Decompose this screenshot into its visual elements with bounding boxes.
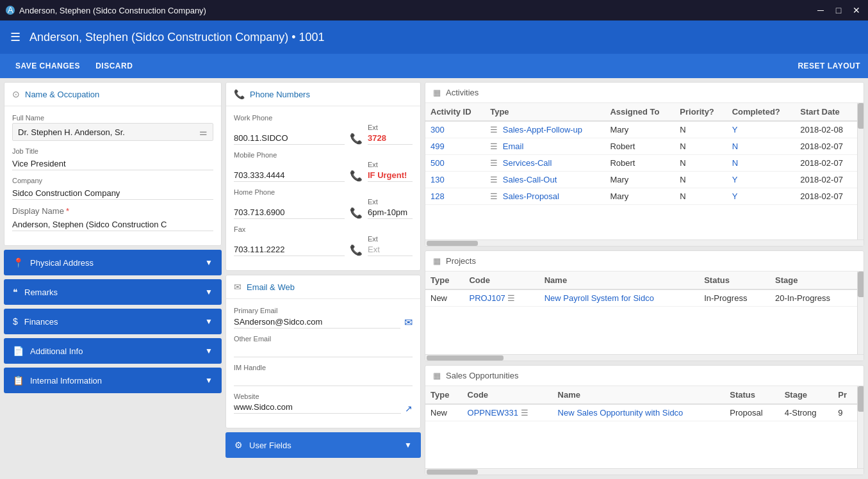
table-row[interactable]: 500 ☰ Services-Call Robert N N 2018-02-0… (425, 155, 857, 172)
activity-type-cell: ☰ Email (485, 138, 605, 155)
activity-assigned-cell: Mary (605, 188, 675, 205)
fax-call-icon[interactable]: 📞 (350, 244, 363, 256)
sales-opp-vscrollbar[interactable] (857, 386, 864, 468)
open-website-icon[interactable]: ↗ (405, 403, 413, 414)
col-opp-stage: Stage (780, 386, 833, 404)
im-handle-value[interactable] (234, 373, 413, 386)
col-proj-type: Type (425, 272, 464, 289)
activity-completed-cell: N (727, 138, 796, 155)
email-web-body: Primary Email SAnderson@Sidco.com ✉ Othe… (226, 299, 420, 428)
activity-startdate-cell: 2018-02-07 (795, 138, 857, 155)
sales-opp-grid-icon: ▦ (433, 371, 441, 380)
phone-icon: 📞 (234, 89, 245, 99)
app-header: ☰ Anderson, Stephen (Sidco Construction … (0, 20, 868, 54)
activities-vscrollbar[interactable] (857, 103, 864, 240)
activities-tbody: 300 ☰ Sales-Appt-Follow-up Mary N Y 2018… (425, 121, 857, 205)
phone-numbers-header: 📞 Phone Numbers (226, 83, 420, 106)
primary-email-row: SAnderson@Sidco.com ✉ (234, 316, 413, 329)
activities-table-wrap: Activity ID Type Assigned To Priority? C… (425, 103, 864, 240)
fax-row: 703.111.2222 📞 Ext Ext (234, 235, 413, 256)
send-email-icon[interactable]: ✉ (404, 316, 413, 329)
table-row[interactable]: 499 ☰ Email Robert N N 2018-02-07 (425, 138, 857, 155)
work-phone-row: 800.11.SIDCO 📞 Ext 3728 (234, 124, 413, 145)
activity-completed-cell: Y (727, 188, 796, 205)
name-occupation-body: Full Name Dr. Stephen H. Anderson, Sr. ⚌… (4, 106, 221, 245)
home-phone-ext-value[interactable]: 6pm-10pm (368, 207, 413, 219)
full-name-field[interactable]: Dr. Stephen H. Anderson, Sr. ⚌ (12, 123, 213, 141)
col-opp-code: Code (463, 386, 553, 404)
col-activity-id: Activity ID (425, 103, 485, 121)
table-row[interactable]: New OPPNEW331 ☰ New Sales Opportunity wi… (425, 404, 857, 421)
right-panel: ▦ Activities Activity ID Type Assigned T… (425, 82, 864, 475)
additional-info-section[interactable]: 📄 Additional Info ▼ (4, 338, 222, 364)
mobile-phone-ext-value[interactable]: IF Urgent! (368, 170, 413, 182)
user-fields-section[interactable]: ⚙ User Fields ▼ (225, 432, 421, 458)
title-bar: A Anderson, Stephen (Sidco Construction … (0, 0, 868, 20)
table-row[interactable]: New PROJ107 ☰ New Payroll System for Sid… (425, 289, 857, 307)
reset-layout-button[interactable]: RESET LAYOUT (798, 61, 860, 70)
physical-address-label: Physical Address (30, 258, 94, 268)
mobile-phone-number[interactable]: 703.333.4444 (234, 170, 345, 182)
internal-information-section[interactable]: 📋 Internal Information ▼ (4, 368, 222, 393)
close-button[interactable]: ✕ (850, 4, 863, 17)
name-occupation-title: Name & Occupation (25, 90, 99, 99)
col-assigned-to: Assigned To (605, 103, 675, 121)
activities-hscrollbar[interactable] (425, 240, 864, 246)
hamburger-menu[interactable]: ☰ (10, 30, 20, 44)
col-opp-status: Status (725, 386, 779, 404)
home-phone-number[interactable]: 703.713.6900 (234, 207, 345, 219)
activity-assigned-cell: Mary (605, 172, 675, 188)
activity-id-cell: 130 (425, 172, 485, 188)
sales-opp-header-row: Type Code Name Status Stage Pr (425, 386, 857, 404)
company-value[interactable]: Sidco Construction Company (12, 186, 213, 200)
other-email-value[interactable] (234, 345, 413, 357)
projects-scrollbar-thumb (858, 272, 864, 297)
save-changes-button[interactable]: SAVE CHANGES (8, 54, 88, 78)
job-title-value[interactable]: Vice President (12, 156, 213, 170)
mobile-phone-row: 703.333.4444 📞 Ext IF Urgent! (234, 161, 413, 182)
fax-ext-value[interactable]: Ext (368, 245, 413, 256)
projects-hscrollbar[interactable] (425, 354, 864, 361)
finances-section[interactable]: $ Finances ▼ (4, 309, 222, 334)
website-value[interactable]: www.Sidco.com (234, 402, 401, 414)
projects-header: ▦ Projects (425, 251, 864, 272)
filter-icon: ⚌ (199, 127, 208, 137)
window-controls: ─ □ ✕ (814, 4, 863, 17)
home-phone-call-icon[interactable]: 📞 (350, 207, 363, 219)
mobile-phone-call-icon[interactable]: 📞 (350, 170, 363, 182)
table-row[interactable]: 130 ☰ Sales-Call-Out Mary N Y 2018-02-07 (425, 172, 857, 188)
maximize-button[interactable]: □ (832, 4, 845, 17)
table-row[interactable]: 128 ☰ Sales-Proposal Mary N Y 2018-02-07 (425, 188, 857, 205)
table-row[interactable]: 300 ☰ Sales-Appt-Follow-up Mary N Y 2018… (425, 121, 857, 138)
middle-panel: 📞 Phone Numbers Work Phone 800.11.SIDCO … (225, 82, 421, 475)
display-name-value[interactable]: Anderson, Stephen (Sidco Construction C (12, 217, 213, 231)
minimize-button[interactable]: ─ (814, 4, 827, 17)
projects-table-scroll[interactable]: Type Code Name Status Stage New PROJ107 … (425, 272, 857, 353)
work-phone-number[interactable]: 800.11.SIDCO (234, 133, 345, 145)
title-bar-text: Anderson, Stephen (Sidco Construction Co… (19, 6, 206, 15)
projects-vscrollbar[interactable] (857, 272, 864, 353)
mobile-phone-ext-group: Ext IF Urgent! (368, 161, 413, 182)
website-row: www.Sidco.com ↗ (234, 402, 413, 414)
activities-header-row: Activity ID Type Assigned To Priority? C… (425, 103, 857, 121)
website-label: Website (234, 393, 413, 400)
proj-type-cell: New (425, 289, 464, 307)
physical-address-section[interactable]: 📍 Physical Address ▼ (4, 250, 222, 275)
discard-button[interactable]: DISCARD (88, 54, 140, 78)
work-phone-ext-value[interactable]: 3728 (368, 133, 413, 145)
fax-number[interactable]: 703.111.2222 (234, 245, 345, 256)
sales-opp-table-scroll[interactable]: Type Code Name Status Stage Pr New OPPNE… (425, 386, 857, 468)
home-phone-field: Home Phone 703.713.6900 📞 Ext 6pm-10pm (234, 188, 413, 219)
primary-email-value[interactable]: SAnderson@Sidco.com (234, 317, 400, 329)
work-phone-call-icon[interactable]: 📞 (350, 133, 363, 145)
activities-table-scroll[interactable]: Activity ID Type Assigned To Priority? C… (425, 103, 857, 240)
phone-numbers-body: Work Phone 800.11.SIDCO 📞 Ext 3728 Mobil… (226, 106, 420, 270)
projects-header-row: Type Code Name Status Stage (425, 272, 857, 289)
sales-opp-hscrollbar[interactable] (425, 468, 864, 475)
projects-table: Type Code Name Status Stage New PROJ107 … (425, 272, 857, 307)
app-title: Anderson, Stephen (Sidco Construction Co… (29, 31, 325, 44)
svg-text:A: A (8, 5, 13, 15)
toolbar: SAVE CHANGES DISCARD RESET LAYOUT (0, 54, 868, 78)
remarks-icon: ❝ (13, 287, 18, 297)
remarks-section[interactable]: ❝ Remarks ▼ (4, 279, 222, 305)
